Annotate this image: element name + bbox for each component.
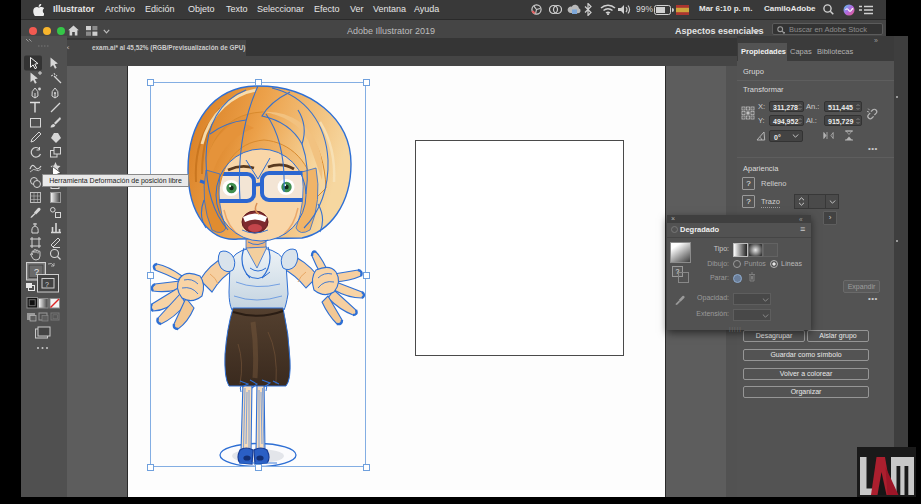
svg-text:?: ? [45, 281, 49, 288]
